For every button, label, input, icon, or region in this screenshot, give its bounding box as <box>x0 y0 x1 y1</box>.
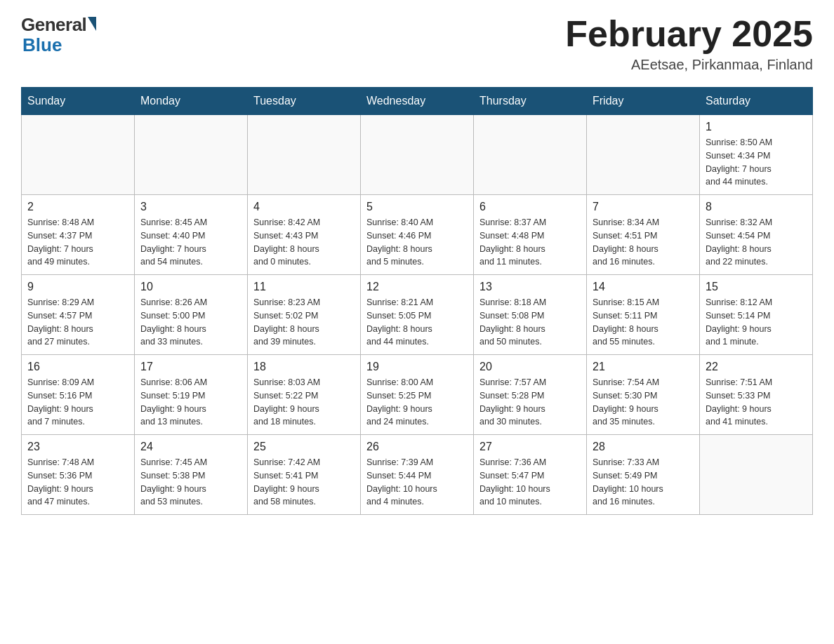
calendar-cell: 24Sunrise: 7:45 AM Sunset: 5:38 PM Dayli… <box>135 435 248 515</box>
day-number: 6 <box>479 201 581 213</box>
day-info: Sunrise: 8:42 AM Sunset: 4:43 PM Dayligh… <box>253 216 355 269</box>
day-number: 23 <box>27 441 128 453</box>
day-number: 26 <box>366 441 468 453</box>
day-info: Sunrise: 7:39 AM Sunset: 5:44 PM Dayligh… <box>366 456 468 509</box>
day-info: Sunrise: 8:00 AM Sunset: 5:25 PM Dayligh… <box>366 376 468 429</box>
weekday-header-thursday: Thursday <box>474 88 587 115</box>
title-section: February 2025 AEetsae, Pirkanmaa, Finlan… <box>565 14 813 73</box>
day-info: Sunrise: 8:18 AM Sunset: 5:08 PM Dayligh… <box>479 296 581 349</box>
day-number: 10 <box>140 281 241 293</box>
calendar-cell: 1Sunrise: 8:50 AM Sunset: 4:34 PM Daylig… <box>700 115 813 195</box>
calendar-cell: 18Sunrise: 8:03 AM Sunset: 5:22 PM Dayli… <box>248 355 361 435</box>
calendar-cell: 2Sunrise: 8:48 AM Sunset: 4:37 PM Daylig… <box>22 195 135 275</box>
day-info: Sunrise: 8:15 AM Sunset: 5:11 PM Dayligh… <box>593 296 694 349</box>
day-info: Sunrise: 7:42 AM Sunset: 5:41 PM Dayligh… <box>253 456 355 509</box>
day-info: Sunrise: 7:36 AM Sunset: 5:47 PM Dayligh… <box>479 456 581 509</box>
day-info: Sunrise: 8:03 AM Sunset: 5:22 PM Dayligh… <box>253 376 355 429</box>
weekday-header-row: SundayMondayTuesdayWednesdayThursdayFrid… <box>22 88 813 115</box>
day-info: Sunrise: 8:12 AM Sunset: 5:14 PM Dayligh… <box>706 296 807 349</box>
day-number: 21 <box>593 361 694 373</box>
month-title: February 2025 <box>565 14 813 54</box>
calendar-cell: 7Sunrise: 8:34 AM Sunset: 4:51 PM Daylig… <box>587 195 700 275</box>
weekday-header-wednesday: Wednesday <box>361 88 474 115</box>
calendar-cell <box>22 115 135 195</box>
day-info: Sunrise: 8:26 AM Sunset: 5:00 PM Dayligh… <box>140 296 241 349</box>
calendar-cell <box>248 115 361 195</box>
calendar-cell: 16Sunrise: 8:09 AM Sunset: 5:16 PM Dayli… <box>22 355 135 435</box>
day-number: 12 <box>366 281 468 293</box>
calendar-cell <box>474 115 587 195</box>
calendar-cell <box>587 115 700 195</box>
day-number: 3 <box>140 201 241 213</box>
calendar-header: SundayMondayTuesdayWednesdayThursdayFrid… <box>22 88 813 115</box>
day-number: 11 <box>253 281 355 293</box>
day-number: 22 <box>706 361 807 373</box>
calendar-cell: 19Sunrise: 8:00 AM Sunset: 5:25 PM Dayli… <box>361 355 474 435</box>
calendar-cell: 12Sunrise: 8:21 AM Sunset: 5:05 PM Dayli… <box>361 275 474 355</box>
day-number: 8 <box>706 201 807 213</box>
day-info: Sunrise: 7:45 AM Sunset: 5:38 PM Dayligh… <box>140 456 241 509</box>
day-info: Sunrise: 8:50 AM Sunset: 4:34 PM Dayligh… <box>706 136 807 189</box>
calendar-cell: 21Sunrise: 7:54 AM Sunset: 5:30 PM Dayli… <box>587 355 700 435</box>
calendar-cell: 11Sunrise: 8:23 AM Sunset: 5:02 PM Dayli… <box>248 275 361 355</box>
calendar-cell: 23Sunrise: 7:48 AM Sunset: 5:36 PM Dayli… <box>22 435 135 515</box>
calendar-cell <box>361 115 474 195</box>
weekday-header-tuesday: Tuesday <box>248 88 361 115</box>
calendar-cell: 26Sunrise: 7:39 AM Sunset: 5:44 PM Dayli… <box>361 435 474 515</box>
calendar-cell: 15Sunrise: 8:12 AM Sunset: 5:14 PM Dayli… <box>700 275 813 355</box>
calendar-cell: 6Sunrise: 8:37 AM Sunset: 4:48 PM Daylig… <box>474 195 587 275</box>
calendar-week-row: 2Sunrise: 8:48 AM Sunset: 4:37 PM Daylig… <box>22 195 813 275</box>
day-info: Sunrise: 8:34 AM Sunset: 4:51 PM Dayligh… <box>593 216 694 269</box>
page-header: General Blue February 2025 AEetsae, Pirk… <box>21 14 813 73</box>
calendar-cell: 20Sunrise: 7:57 AM Sunset: 5:28 PM Dayli… <box>474 355 587 435</box>
day-number: 25 <box>253 441 355 453</box>
logo: General Blue <box>21 14 96 56</box>
day-number: 2 <box>27 201 128 213</box>
day-info: Sunrise: 8:06 AM Sunset: 5:19 PM Dayligh… <box>140 376 241 429</box>
day-number: 14 <box>593 281 694 293</box>
calendar-cell: 28Sunrise: 7:33 AM Sunset: 5:49 PM Dayli… <box>587 435 700 515</box>
logo-general-text: General <box>21 14 86 36</box>
day-info: Sunrise: 8:40 AM Sunset: 4:46 PM Dayligh… <box>366 216 468 269</box>
calendar-week-row: 1Sunrise: 8:50 AM Sunset: 4:34 PM Daylig… <box>22 115 813 195</box>
day-number: 18 <box>253 361 355 373</box>
calendar-cell: 9Sunrise: 8:29 AM Sunset: 4:57 PM Daylig… <box>22 275 135 355</box>
calendar-cell: 17Sunrise: 8:06 AM Sunset: 5:19 PM Dayli… <box>135 355 248 435</box>
calendar-cell: 5Sunrise: 8:40 AM Sunset: 4:46 PM Daylig… <box>361 195 474 275</box>
calendar-cell <box>700 435 813 515</box>
calendar-cell <box>135 115 248 195</box>
calendar-cell: 3Sunrise: 8:45 AM Sunset: 4:40 PM Daylig… <box>135 195 248 275</box>
calendar-cell: 8Sunrise: 8:32 AM Sunset: 4:54 PM Daylig… <box>700 195 813 275</box>
logo-arrow-icon <box>88 17 96 31</box>
day-number: 20 <box>479 361 581 373</box>
weekday-header-monday: Monday <box>135 88 248 115</box>
day-number: 7 <box>593 201 694 213</box>
weekday-header-saturday: Saturday <box>700 88 813 115</box>
calendar-cell: 27Sunrise: 7:36 AM Sunset: 5:47 PM Dayli… <box>474 435 587 515</box>
calendar-cell: 25Sunrise: 7:42 AM Sunset: 5:41 PM Dayli… <box>248 435 361 515</box>
day-info: Sunrise: 8:23 AM Sunset: 5:02 PM Dayligh… <box>253 296 355 349</box>
day-number: 13 <box>479 281 581 293</box>
day-info: Sunrise: 8:29 AM Sunset: 4:57 PM Dayligh… <box>27 296 128 349</box>
weekday-header-sunday: Sunday <box>22 88 135 115</box>
day-number: 27 <box>479 441 581 453</box>
day-info: Sunrise: 8:45 AM Sunset: 4:40 PM Dayligh… <box>140 216 241 269</box>
calendar-table: SundayMondayTuesdayWednesdayThursdayFrid… <box>21 87 813 515</box>
day-number: 19 <box>366 361 468 373</box>
calendar-cell: 22Sunrise: 7:51 AM Sunset: 5:33 PM Dayli… <box>700 355 813 435</box>
calendar-cell: 10Sunrise: 8:26 AM Sunset: 5:00 PM Dayli… <box>135 275 248 355</box>
day-info: Sunrise: 7:51 AM Sunset: 5:33 PM Dayligh… <box>706 376 807 429</box>
day-number: 9 <box>27 281 128 293</box>
day-number: 16 <box>27 361 128 373</box>
calendar-cell: 4Sunrise: 8:42 AM Sunset: 4:43 PM Daylig… <box>248 195 361 275</box>
day-info: Sunrise: 8:37 AM Sunset: 4:48 PM Dayligh… <box>479 216 581 269</box>
weekday-header-friday: Friday <box>587 88 700 115</box>
day-number: 4 <box>253 201 355 213</box>
day-info: Sunrise: 7:57 AM Sunset: 5:28 PM Dayligh… <box>479 376 581 429</box>
day-info: Sunrise: 7:54 AM Sunset: 5:30 PM Dayligh… <box>593 376 694 429</box>
calendar-body: 1Sunrise: 8:50 AM Sunset: 4:34 PM Daylig… <box>22 115 813 515</box>
day-info: Sunrise: 8:48 AM Sunset: 4:37 PM Dayligh… <box>27 216 128 269</box>
calendar-week-row: 16Sunrise: 8:09 AM Sunset: 5:16 PM Dayli… <box>22 355 813 435</box>
day-info: Sunrise: 8:21 AM Sunset: 5:05 PM Dayligh… <box>366 296 468 349</box>
day-info: Sunrise: 8:09 AM Sunset: 5:16 PM Dayligh… <box>27 376 128 429</box>
